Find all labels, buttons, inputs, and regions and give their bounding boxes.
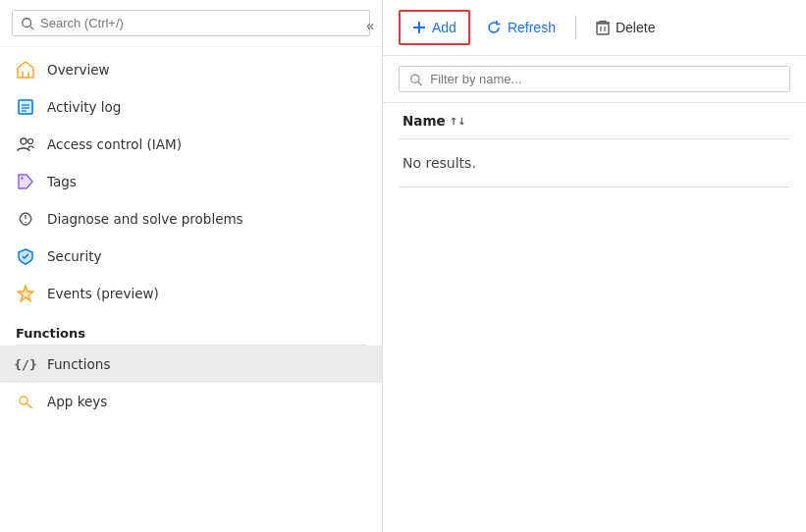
nav-item-tags[interactable]: Tags (0, 163, 382, 200)
nav-label-tags: Tags (47, 174, 77, 189)
svg-line-1 (30, 26, 34, 29)
search-input[interactable] (40, 16, 361, 30)
svg-point-25 (411, 75, 419, 82)
add-button[interactable]: Add (399, 10, 470, 45)
filter-input-wrap[interactable] (399, 66, 790, 92)
toolbar-separator (575, 16, 576, 39)
refresh-button[interactable]: Refresh (474, 12, 567, 43)
nav-label-events: Events (preview) (47, 286, 159, 301)
events-icon (16, 284, 35, 303)
table-area: Name ↑↓ No results. (383, 103, 806, 532)
sort-icon[interactable]: ↑↓ (450, 116, 466, 127)
nav-item-diagnose[interactable]: Diagnose and solve problems (0, 200, 382, 238)
search-icon (21, 17, 34, 30)
tags-icon (16, 172, 35, 191)
nav-item-activity-log[interactable]: Activity log (0, 88, 382, 126)
collapse-button[interactable]: « (358, 10, 382, 41)
plus-icon (412, 21, 426, 34)
toolbar: Add Refresh Delete (383, 0, 806, 56)
filter-input[interactable] (430, 72, 779, 86)
functions-icon: {/} (16, 354, 35, 374)
sidebar: « Overview Activity log (0, 0, 383, 532)
nav-item-functions[interactable]: {/} Functions (0, 346, 382, 383)
nav-item-overview[interactable]: Overview (0, 51, 382, 88)
nav-label-activity-log: Activity log (47, 99, 121, 115)
nav-item-security[interactable]: Security (0, 238, 382, 275)
nav-item-app-keys[interactable]: App keys (0, 383, 382, 420)
nav-item-iam[interactable]: Access control (IAM) (0, 126, 382, 163)
table-header: Name ↑↓ (399, 103, 790, 139)
nav-item-events[interactable]: Events (preview) (0, 275, 382, 312)
nav-label-functions: Functions (47, 356, 110, 372)
svg-point-12 (21, 177, 23, 179)
refresh-label: Refresh (508, 20, 556, 35)
nav-label-iam: Access control (IAM) (47, 136, 182, 152)
nav-label-overview: Overview (47, 62, 110, 78)
overview-icon (16, 60, 35, 80)
functions-section-header: Functions (0, 312, 382, 345)
app-keys-icon (16, 392, 35, 411)
activity-log-icon (16, 97, 35, 117)
search-bar (0, 0, 382, 47)
search-input-wrap[interactable] (12, 10, 370, 36)
diagnose-icon (16, 209, 35, 229)
nav-label-diagnose: Diagnose and solve problems (47, 211, 243, 227)
delete-label: Delete (616, 20, 655, 35)
nav-list: Overview Activity log Access control (IA… (0, 47, 382, 532)
svg-rect-5 (19, 100, 32, 114)
svg-point-10 (21, 138, 27, 144)
name-column-header: Name (403, 113, 446, 129)
iam-icon (16, 134, 35, 154)
security-icon (16, 246, 35, 266)
svg-point-0 (23, 18, 31, 27)
delete-icon (596, 20, 610, 35)
svg-point-11 (28, 139, 33, 144)
filter-bar (383, 56, 806, 103)
main-content: Add Refresh Delete (383, 0, 806, 532)
svg-point-17 (20, 397, 27, 404)
svg-marker-2 (18, 62, 33, 78)
svg-rect-21 (597, 24, 609, 34)
nav-label-security: Security (47, 248, 101, 264)
add-label: Add (432, 20, 457, 35)
refresh-icon (486, 20, 502, 35)
delete-button[interactable]: Delete (584, 12, 667, 43)
no-results-message: No results. (399, 139, 790, 187)
svg-line-18 (27, 403, 32, 408)
nav-label-app-keys: App keys (47, 394, 107, 409)
svg-line-26 (418, 81, 421, 84)
filter-search-icon (409, 73, 422, 86)
